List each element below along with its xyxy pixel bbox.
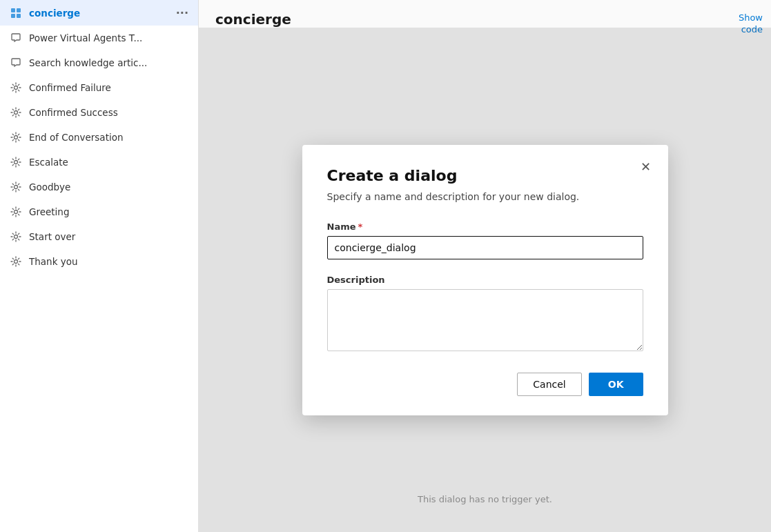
svg-rect-0	[11, 8, 15, 12]
sidebar-item-greeting[interactable]: Greeting	[0, 199, 198, 224]
sidebar-item-label: End of Conversation	[29, 132, 188, 143]
description-input[interactable]	[327, 289, 643, 351]
modal-footer: Cancel OK	[327, 373, 643, 396]
sidebar-item-concierge[interactable]: concierge···	[0, 0, 198, 26]
sidebar: concierge··· Power Virtual Agents T... S…	[0, 0, 199, 532]
sidebar-item-goodbye[interactable]: Goodbye	[0, 175, 198, 199]
cog-icon	[10, 131, 22, 144]
required-indicator: *	[358, 221, 363, 232]
svg-point-9	[14, 210, 18, 214]
chat-icon	[10, 32, 22, 44]
cog-icon	[10, 106, 22, 119]
sidebar-item-label: Thank you	[29, 256, 188, 267]
main-body: ✕ Create a dialog Specify a name and des…	[199, 28, 771, 532]
svg-point-7	[14, 161, 18, 164]
create-dialog-modal: ✕ Create a dialog Specify a name and des…	[302, 145, 668, 415]
sidebar-item-thank-you[interactable]: Thank you	[0, 249, 198, 274]
sidebar-item-label: concierge	[29, 8, 169, 19]
sidebar-item-confirmed-failure[interactable]: Confirmed Failure	[0, 75, 198, 100]
ok-button[interactable]: OK	[589, 373, 643, 396]
svg-rect-2	[11, 14, 15, 18]
sidebar-item-label: Confirmed Failure	[29, 82, 188, 93]
sidebar-item-label: Power Virtual Agents T...	[29, 32, 188, 43]
sidebar-item-label: Confirmed Success	[29, 107, 188, 118]
name-field-group: Name *	[327, 221, 643, 259]
sidebar-item-start-over[interactable]: Start over	[0, 224, 198, 249]
svg-point-4	[14, 86, 18, 90]
svg-rect-1	[17, 8, 21, 12]
svg-point-6	[14, 136, 18, 139]
sidebar-item-power-virtual[interactable]: Power Virtual Agents T...	[0, 26, 198, 50]
cog-icon	[10, 181, 22, 193]
sidebar-item-escalate[interactable]: Escalate	[0, 150, 198, 175]
sidebar-item-search-knowledge[interactable]: Search knowledge artic...	[0, 50, 198, 75]
cog-icon	[10, 255, 22, 268]
main-content-area: concierge Show code ✕ Create a dialog Sp…	[199, 0, 771, 532]
more-options-icon[interactable]: ···	[176, 6, 188, 19]
modal-overlay: ✕ Create a dialog Specify a name and des…	[199, 28, 771, 532]
main-header: concierge Show code	[199, 0, 771, 28]
no-trigger-hint: This dialog has no trigger yet.	[418, 494, 552, 504]
cog-icon	[10, 156, 22, 168]
sidebar-item-label: Escalate	[29, 157, 188, 168]
page-title: concierge	[215, 11, 291, 28]
sidebar-item-end-of-conversation[interactable]: End of Conversation	[0, 125, 198, 150]
sidebar-item-label: Search knowledge artic...	[29, 57, 188, 68]
svg-point-10	[14, 235, 18, 239]
close-icon[interactable]: ✕	[636, 157, 656, 177]
sidebar-item-label: Greeting	[29, 206, 188, 217]
grid-icon	[10, 7, 22, 19]
sidebar-item-confirmed-success[interactable]: Confirmed Success	[0, 100, 198, 125]
cog-icon	[10, 206, 22, 218]
name-input[interactable]	[327, 236, 643, 259]
modal-title: Create a dialog	[327, 167, 643, 184]
svg-point-8	[14, 186, 18, 189]
svg-point-5	[14, 111, 18, 115]
name-label: Name *	[327, 221, 643, 232]
modal-subtitle: Specify a name and description for your …	[327, 191, 643, 202]
svg-point-11	[14, 260, 18, 264]
chat-icon	[10, 57, 22, 69]
cog-icon	[10, 230, 22, 243]
cog-icon	[10, 81, 22, 94]
cancel-button[interactable]: Cancel	[517, 373, 581, 396]
description-label: Description	[327, 275, 643, 285]
sidebar-item-label: Goodbye	[29, 181, 188, 193]
sidebar-item-label: Start over	[29, 231, 188, 242]
svg-rect-3	[17, 14, 21, 18]
description-field-group: Description	[327, 275, 643, 353]
